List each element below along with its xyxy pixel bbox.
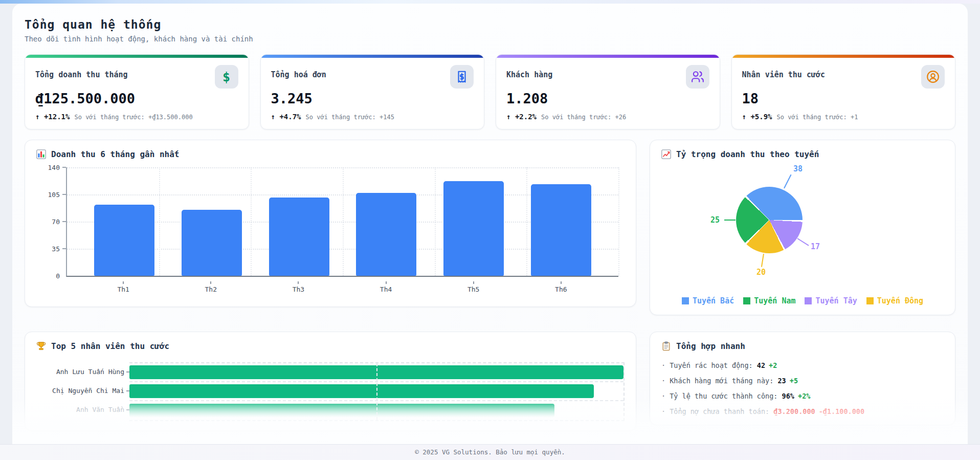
bar-chart-icon	[36, 149, 46, 159]
footer: © 2025 VG Solutions. Bảo lưu mọi quyền.	[0, 444, 980, 460]
quick-summary-title: Tổng hợp nhanh	[661, 341, 944, 351]
stat-label: Tổng doanh thu tháng	[35, 65, 128, 79]
footer-copyright: © 2025 VG Solutions. Bảo lưu mọi quyền.	[0, 445, 980, 459]
stat-value: 3.245	[271, 91, 474, 106]
stat-change: ↑ +12.1%	[35, 113, 70, 121]
x-label: Th2	[181, 281, 241, 293]
revenue-bar-chart: 140 105 70 35 0	[36, 161, 625, 297]
stat-change: ↑ +4.7%	[271, 113, 301, 121]
x-label: Th6	[531, 281, 591, 293]
x-label: Th5	[443, 281, 504, 293]
stat-card-invoices: Tổng hoá đơn 3.245 ↑ +4.7% So với tháng …	[260, 54, 485, 129]
route-share-panel: Tỷ trọng doanh thu theo tuyến 38 25 17 2…	[650, 140, 955, 315]
summary-value: 96%	[782, 392, 794, 400]
page-header: Tổng quan hệ thống Theo dõi tình hình ho…	[25, 18, 955, 43]
stat-card-collectors: Nhân viên thu cước 18 ↑ +5.9% So với thá…	[731, 54, 956, 129]
bar-th4	[356, 193, 416, 276]
pie-value-label: 20	[756, 268, 766, 277]
legend-item-tuyen-dong[interactable]: Tuyến Đông	[866, 296, 923, 305]
summary-label: Tỷ lệ thu cước thành công:	[670, 392, 777, 400]
quick-summary-panel: Tổng hợp nhanh ·Tuyến rác hoạt động: 42+…	[650, 332, 955, 425]
y-tick: 0	[38, 272, 60, 280]
arrow-up-icon: ↑	[742, 113, 746, 121]
x-label: Th3	[268, 281, 328, 293]
pie-value-label: 25	[710, 215, 720, 225]
summary-value: 23	[777, 377, 786, 385]
bar-th2	[182, 210, 242, 276]
summary-change: +2%	[798, 392, 810, 400]
collector-name: Anh Văn Tuần	[76, 406, 124, 413]
top5-panel: Top 5 nhân viên thu cước Anh Lưu Tuấn Hù…	[25, 332, 636, 431]
route-share-title: Tỷ trọng doanh thu theo tuyến	[661, 149, 944, 159]
top5-hbar-chart: Anh Lưu Tuấn Hùng Chị Nguyễn Chi Mai Anh…	[36, 362, 625, 421]
stat-note: So với tháng trước: +1	[777, 114, 858, 121]
arrow-up-icon: ↑	[35, 113, 39, 121]
page-subtitle: Theo dõi tình hình hoạt động, khách hàng…	[25, 35, 955, 43]
stat-change: ↑ +2.2%	[506, 113, 537, 121]
chart-increasing-icon	[661, 149, 671, 159]
stat-note: So với tháng trước: +26	[541, 114, 626, 121]
stat-label: Nhân viên thu cước	[742, 65, 826, 79]
legend-swatch	[805, 297, 812, 304]
bar-th6	[531, 184, 591, 276]
stat-label: Tổng hoá đơn	[271, 65, 326, 79]
summary-label: Tổng nợ chưa thanh toán:	[670, 407, 769, 415]
pie-value-label: 38	[793, 164, 803, 173]
x-label: Th4	[356, 281, 416, 293]
pie	[736, 187, 803, 253]
summary-value: ₫3.200.000	[773, 407, 815, 415]
legend-swatch	[866, 297, 874, 304]
page-title: Tổng quan hệ thống	[25, 18, 955, 31]
callout-line	[761, 254, 764, 267]
legend-item-tuyen-tay[interactable]: Tuyến Tây	[805, 296, 857, 305]
legend-item-tuyen-bac[interactable]: Tuyến Bắc	[682, 296, 734, 305]
stat-card-customers: Khách hàng 1.208 ↑ +2.2% So với tháng tr…	[496, 54, 720, 129]
callout-line	[784, 174, 791, 189]
pie-value-label: 17	[811, 242, 820, 251]
arrow-up-icon: ↑	[506, 113, 510, 121]
trophy-icon	[36, 341, 46, 351]
stat-change: ↑ +5.9%	[742, 113, 772, 121]
bar-th3	[269, 198, 329, 276]
legend-swatch	[743, 297, 750, 304]
legend-item-tuyen-nam[interactable]: Tuyến Nam	[743, 296, 795, 305]
route-share-pie-chart: 38 25 17 20	[661, 161, 944, 290]
users-icon	[686, 65, 709, 89]
legend-swatch	[682, 297, 689, 304]
summary-change: +5	[790, 377, 798, 385]
stat-value: ₫125.500.000	[35, 91, 238, 106]
stats-row: Tổng doanh thu tháng $ ₫125.500.000 ↑ +1…	[25, 54, 955, 129]
arrow-up-icon: ↑	[271, 113, 275, 121]
stat-label: Khách hàng	[506, 65, 552, 79]
stat-value: 18	[742, 91, 945, 106]
revenue-chart-title: Doanh thu 6 tháng gần nhất	[36, 149, 625, 159]
receipt-icon	[450, 65, 474, 89]
y-tick: 70	[38, 218, 60, 226]
bar-th1	[94, 205, 154, 276]
stat-value: 1.208	[506, 91, 709, 106]
y-tick: 140	[38, 164, 60, 171]
dollar-icon: $	[215, 65, 238, 89]
hbar-3	[129, 404, 554, 418]
user-circle-icon	[921, 65, 945, 89]
callout-line	[724, 220, 736, 221]
summary-label: Tuyến rác hoạt động:	[670, 361, 753, 369]
pie-legend: Tuyến Bắc Tuyến Nam Tuyến Tây Tuyến Đông	[661, 296, 944, 305]
collector-name: Chị Nguyễn Chi Mai	[52, 387, 124, 395]
plot-area: 140 105 70 35 0	[66, 167, 618, 277]
summary-item: ·Khách hàng mới tháng này: 23+5	[661, 377, 944, 385]
summary-item: ·Tỷ lệ thu cước thành công: 96%+2%	[661, 392, 944, 400]
x-label: Th1	[93, 281, 153, 293]
stat-card-revenue: Tổng doanh thu tháng $ ₫125.500.000 ↑ +1…	[25, 54, 249, 129]
stat-note: So với tháng trước: +₫13.500.000	[74, 114, 192, 121]
top5-title: Top 5 nhân viên thu cước	[36, 341, 625, 351]
summary-value: 42	[757, 361, 765, 369]
revenue-chart-panel: Doanh thu 6 tháng gần nhất 140 105 7	[25, 140, 636, 307]
summary-label: Khách hàng mới tháng này:	[670, 377, 773, 385]
stat-note: So với tháng trước: +145	[306, 114, 394, 121]
quick-summary-list: ·Tuyến rác hoạt động: 42+2 ·Khách hàng m…	[661, 361, 944, 415]
collector-name: Anh Lưu Tuấn Hùng	[56, 368, 124, 376]
summary-item: ·Tổng nợ chưa thanh toán: ₫3.200.000-₫1.…	[661, 407, 944, 415]
bar-th5	[443, 181, 504, 276]
plot-area	[129, 362, 625, 421]
